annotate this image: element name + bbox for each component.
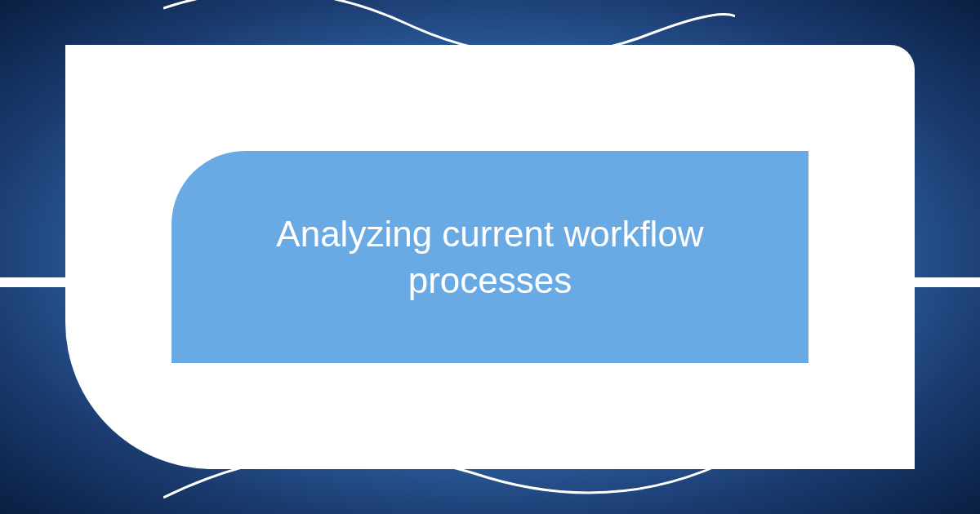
accent-line-left bbox=[0, 277, 65, 287]
accent-line-right bbox=[915, 277, 980, 287]
title-text: Analyzing current workflow processes bbox=[220, 210, 760, 304]
inner-panel: Analyzing current workflow processes bbox=[172, 151, 808, 363]
